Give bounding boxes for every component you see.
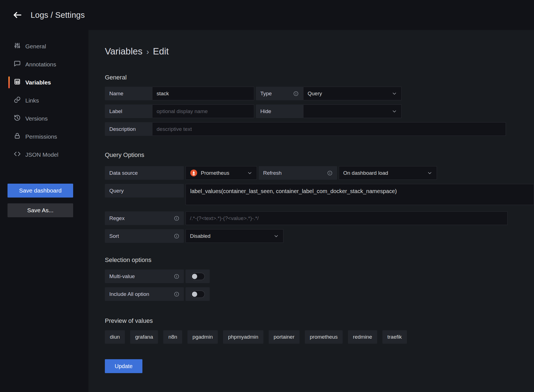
chevron-down-icon: [247, 170, 253, 176]
info-icon[interactable]: [293, 91, 299, 96]
sidebar-item-label: General: [25, 43, 46, 50]
save-as-button[interactable]: Save As...: [8, 203, 73, 217]
lock-icon: [14, 132, 21, 141]
breadcrumb-separator: ›: [146, 47, 149, 56]
sidebar-item-label: JSON Model: [25, 151, 58, 158]
selection-options-heading: Selection options: [105, 256, 534, 264]
chevron-down-icon: [392, 91, 397, 96]
sidebar-item-annotations[interactable]: Annotations: [0, 55, 88, 73]
breadcrumb-variables[interactable]: Variables: [105, 46, 142, 57]
code-icon: [14, 150, 21, 159]
sidebar-item-label: Links: [25, 97, 39, 104]
preview-heading: Preview of values: [105, 317, 534, 324]
regex-row: Regex: [105, 211, 508, 225]
include-all-toggle[interactable]: [186, 287, 210, 301]
query-row: Query label_values(container_last_seen, …: [105, 184, 534, 205]
history-icon: [14, 114, 21, 123]
general-heading: General: [105, 74, 534, 81]
toggle-off: [191, 273, 205, 280]
sidebar-item-label: Variables: [25, 79, 51, 86]
sidebar-item-general[interactable]: General: [0, 37, 88, 55]
regex-label: Regex: [105, 211, 184, 225]
sort-select[interactable]: Disabled: [186, 229, 283, 243]
info-icon[interactable]: [174, 233, 179, 239]
arrow-left-icon: [13, 10, 23, 20]
back-button[interactable]: [11, 8, 24, 22]
preview-value-chip: grafana: [130, 330, 158, 344]
multi-value-toggle[interactable]: [186, 269, 210, 283]
name-type-row: Name Type Query: [105, 87, 534, 100]
query-label: Query: [105, 184, 184, 198]
sidebar-item-label: Permissions: [25, 133, 57, 140]
query-input[interactable]: label_values(container_last_seen, contai…: [186, 184, 534, 205]
page-header: Logs / Settings: [0, 0, 534, 30]
preview-value-chip: traefik: [382, 330, 407, 344]
header-title: Logs / Settings: [31, 11, 85, 20]
include-all-row: Include All option: [105, 287, 534, 301]
sidebar-item-label: Annotations: [25, 61, 56, 68]
label-input[interactable]: [152, 104, 254, 118]
settings-nav: General Annotations Variables Links Vers…: [0, 37, 88, 164]
chevron-down-icon: [273, 233, 279, 239]
update-button[interactable]: Update: [105, 359, 142, 373]
sort-row: Sort Disabled: [105, 229, 534, 243]
sidebar-item-variables[interactable]: Variables: [0, 73, 88, 91]
info-icon[interactable]: [174, 274, 179, 279]
preview-value-chip: redmine: [348, 330, 377, 344]
settings-sidebar: General Annotations Variables Links Vers…: [0, 30, 88, 392]
sidebar-item-permissions[interactable]: Permissions: [0, 128, 88, 146]
main-content: Variables › Edit General Name Type Query…: [88, 30, 534, 392]
multi-value-row: Multi-value: [105, 269, 534, 283]
preview-value-chip: phpmyadmin: [223, 330, 263, 344]
type-select[interactable]: Query: [303, 87, 402, 100]
query-options-heading: Query Options: [105, 151, 534, 159]
breadcrumb-edit: Edit: [153, 46, 169, 57]
info-icon[interactable]: [327, 170, 333, 176]
link-icon: [14, 96, 21, 105]
description-label: Description: [105, 122, 152, 136]
hide-select[interactable]: [303, 104, 402, 118]
sort-label: Sort: [105, 229, 184, 243]
name-input[interactable]: [152, 87, 254, 100]
comment-icon: [14, 60, 21, 69]
description-row: Description: [105, 122, 508, 136]
sliders-icon: [14, 42, 21, 51]
info-icon[interactable]: [174, 291, 179, 297]
sidebar-item-json-model[interactable]: JSON Model: [0, 146, 88, 164]
datasource-refresh-row: Data source Prometheus Refresh: [105, 166, 534, 180]
preview-value-chip: n8n: [163, 330, 182, 344]
datasource-label: Data source: [105, 166, 184, 180]
label-hide-row: Label Hide: [105, 104, 534, 118]
toggle-off: [191, 291, 205, 298]
hide-label: Hide: [256, 104, 303, 118]
info-icon[interactable]: [174, 216, 179, 221]
variables-grid-icon: [14, 78, 21, 87]
label-label: Label: [105, 104, 152, 118]
breadcrumb: Variables › Edit: [105, 46, 534, 57]
refresh-select[interactable]: On dashboard load: [339, 166, 437, 180]
preview-value-chip: portainer: [269, 330, 300, 344]
sidebar-item-versions[interactable]: Versions: [0, 109, 88, 128]
chevron-down-icon: [392, 109, 397, 114]
sidebar-item-links[interactable]: Links: [0, 91, 88, 109]
multi-value-label: Multi-value: [105, 269, 184, 283]
preview-value-chip: prometheus: [305, 330, 343, 344]
refresh-label: Refresh: [259, 166, 337, 180]
description-input[interactable]: [152, 122, 506, 136]
save-dashboard-button[interactable]: Save dashboard: [8, 184, 73, 198]
name-label: Name: [105, 87, 152, 100]
include-all-label: Include All option: [105, 287, 184, 301]
datasource-select[interactable]: Prometheus: [186, 166, 257, 180]
preview-values: diun grafana n8n pgadmin phpmyadmin port…: [105, 330, 508, 344]
prometheus-icon: [190, 169, 197, 177]
regex-input[interactable]: [186, 211, 508, 225]
type-label: Type: [256, 87, 303, 100]
sidebar-actions: Save dashboard Save As...: [0, 184, 88, 217]
preview-value-chip: pgadmin: [187, 330, 218, 344]
chevron-down-icon: [427, 170, 432, 176]
preview-value-chip: diun: [105, 330, 125, 344]
sidebar-item-label: Versions: [25, 115, 48, 122]
